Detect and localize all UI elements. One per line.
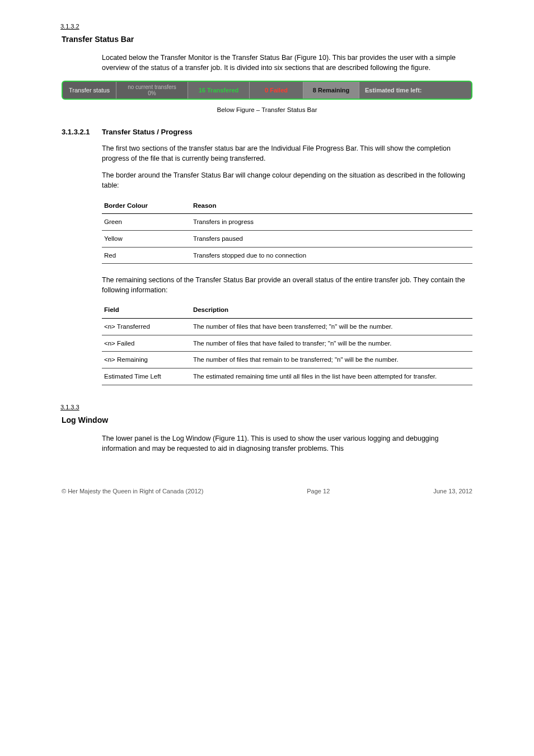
th-reason: Reason <box>191 198 472 214</box>
sub-p3: The remaining sections of the Transfer S… <box>102 275 472 295</box>
table-cell: <n> Remaining <box>102 352 191 368</box>
fields-table: Field Description <n> TransferredThe num… <box>102 302 472 385</box>
th-field: Field <box>102 302 191 318</box>
transfer-status-label: Transfer status <box>63 82 116 99</box>
table-cell: Transfers paused <box>191 230 472 247</box>
table-cell: The number of files that have been trans… <box>191 319 472 335</box>
table-cell: <n> Transferred <box>102 319 191 335</box>
section2-paragraph: The lower panel is the Log Window (Figur… <box>102 433 472 454</box>
subsection-number: 3.1.3.2.1 <box>62 127 102 138</box>
table-cell: Green <box>102 214 191 231</box>
footer-page: Page 12 <box>307 487 330 496</box>
remaining-count: 8 Remaining <box>303 82 359 99</box>
section2-number: 3.1.3.3 <box>60 403 472 412</box>
table-row: YellowTransfers paused <box>102 230 472 247</box>
table-row: <n> FailedThe number of files that have … <box>102 335 472 352</box>
transferred-count: 16 Transfered <box>188 82 250 99</box>
no-current-transfers: no current transfers <box>128 84 176 91</box>
table-cell: Transfers stopped due to no connection <box>191 247 472 264</box>
subsection-title: Transfer Status / Progress <box>102 127 193 138</box>
table-cell: The number of files that remain to be tr… <box>191 352 472 368</box>
table-row: <n> RemainingThe number of files that re… <box>102 352 472 368</box>
th-desc: Description <box>191 302 472 318</box>
table-cell: Estimated Time Left <box>102 368 191 385</box>
transfer-status-bar: Transfer status no current transfers 0% … <box>62 81 472 100</box>
failed-count: 0 Failed <box>250 82 303 99</box>
table-cell: <n> Failed <box>102 335 191 352</box>
footer-date: June 13, 2012 <box>433 487 472 496</box>
table-row: Estimated Time LeftThe estimated remaini… <box>102 368 472 385</box>
transfer-progress-cell: no current transfers 0% <box>116 82 188 99</box>
table-cell: The estimated remaining time until all f… <box>191 368 472 385</box>
page-footer: © Her Majesty the Queen in Right of Cana… <box>0 487 534 496</box>
footer-copyright: © Her Majesty the Queen in Right of Cana… <box>62 487 203 496</box>
sub-p1: The first two sections of the transfer s… <box>102 143 472 164</box>
eta-label: Estimated time left: <box>359 82 471 99</box>
section2-title: Log Window <box>62 414 472 426</box>
table-cell: Yellow <box>102 230 191 247</box>
sub-p2: The border around the Transfer Status Ba… <box>102 170 472 190</box>
table-cell: Transfers in progress <box>191 214 472 231</box>
table-row: GreenTransfers in progress <box>102 214 472 231</box>
border-colour-table: Border Colour Reason GreenTransfers in p… <box>102 198 472 264</box>
section-title: Transfer Status Bar <box>62 34 472 45</box>
th-colour: Border Colour <box>102 198 191 214</box>
figure-caption: Below Figure – Transfer Status Bar <box>62 105 472 115</box>
table-cell: The number of files that have failed to … <box>191 335 472 352</box>
progress-percent: 0% <box>148 90 156 97</box>
table-row: RedTransfers stopped due to no connectio… <box>102 247 472 264</box>
table-cell: Red <box>102 247 191 264</box>
table-row: <n> TransferredThe number of files that … <box>102 319 472 335</box>
section-number: 3.1.3.2 <box>60 22 472 31</box>
figure-transfer-status-bar: Transfer status no current transfers 0% … <box>62 81 472 100</box>
intro-paragraph: Located below the Transfer Monitor is th… <box>102 53 472 73</box>
